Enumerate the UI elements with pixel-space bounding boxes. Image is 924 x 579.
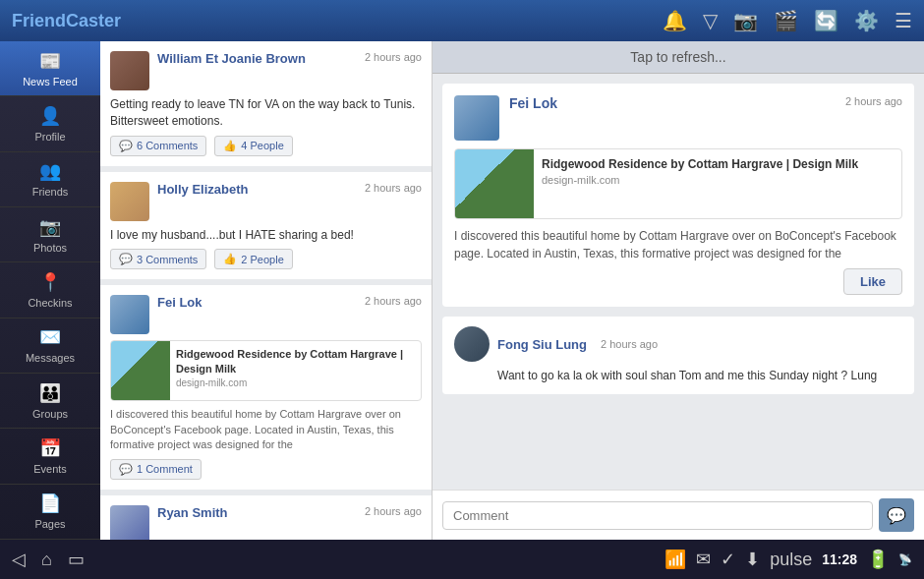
detail-panel: Tap to refresh... Fei Lok 2 hours ago bbox=[433, 41, 924, 540]
feed-actions-3: 💬 1 Comment bbox=[110, 459, 422, 480]
comment-send-button[interactable]: 💬 bbox=[879, 498, 914, 532]
detail-post-header: Fei Lok 2 hours ago bbox=[454, 95, 902, 141]
feed-avatar-1 bbox=[110, 51, 149, 90]
feed-time-3: 2 hours ago bbox=[365, 295, 422, 307]
comment-header: Fong Siu Lung 2 hours ago bbox=[454, 326, 902, 362]
email-icon: ✉ bbox=[696, 549, 711, 570]
groups-label: Groups bbox=[32, 408, 68, 420]
pulse-icon: pulse bbox=[770, 550, 812, 570]
people-icon-1: 👍 bbox=[223, 140, 237, 152]
friends-label: Friends bbox=[32, 186, 69, 198]
sidebar-item-groups[interactable]: 👪 Groups bbox=[0, 374, 100, 429]
detail-link-body: Ridgewood Residence by Cottam Hargrave |… bbox=[534, 149, 866, 218]
comments-btn-2[interactable]: 💬 3 Comments bbox=[110, 249, 206, 269]
sidebar-item-messages[interactable]: ✉️ Messages bbox=[0, 318, 100, 374]
feed-actions-2: 💬 3 Comments 👍 2 People bbox=[110, 249, 422, 269]
sidebar-item-profile[interactable]: 👤 Profile bbox=[0, 96, 100, 151]
detail-avatar bbox=[454, 95, 499, 141]
recent-apps-icon[interactable]: ▭ bbox=[68, 549, 85, 570]
comments-label-2: 3 Comments bbox=[137, 254, 198, 265]
sidebar: 📰 News Feed 👤 Profile 👥 Friends 📷 Photos… bbox=[0, 41, 100, 540]
feed-header-3: 2 hours ago Fei Lok bbox=[110, 295, 422, 334]
news-feed-icon: 📰 bbox=[39, 50, 61, 72]
comment-time: 2 hours ago bbox=[601, 338, 658, 350]
people-label-1: 4 People bbox=[241, 140, 283, 151]
profile-icon: 👤 bbox=[39, 105, 61, 127]
feed-time-4: 2 hours ago bbox=[365, 505, 422, 517]
video-icon[interactable]: 🎬 bbox=[774, 9, 798, 32]
photos-icon: 📷 bbox=[39, 216, 61, 238]
sidebar-item-checkins[interactable]: 📍 Checkins bbox=[0, 262, 100, 318]
comment-item: Fong Siu Lung 2 hours ago Want to go ka … bbox=[442, 317, 914, 394]
detail-post-name[interactable]: Fei Lok bbox=[509, 95, 836, 111]
top-icons: 🔔 ▽ 📷 🎬 🔄 ⚙️ ☰ bbox=[663, 9, 912, 32]
comments-btn-3[interactable]: 💬 1 Comment bbox=[110, 459, 202, 480]
comment-icon-3: 💬 bbox=[119, 463, 133, 476]
comments-label-3: 1 Comment bbox=[137, 463, 193, 475]
detail-link-url: design-milk.com bbox=[542, 174, 858, 186]
groups-icon: 👪 bbox=[39, 382, 61, 404]
bottom-right: 📶 ✉ ✓ ⬇ pulse 11:28 🔋 📡 bbox=[664, 549, 912, 570]
clock: 11:28 bbox=[822, 551, 857, 567]
pages-icon: 📄 bbox=[39, 492, 61, 514]
app-title: FriendCaster bbox=[12, 11, 121, 31]
filter-icon[interactable]: ▽ bbox=[703, 9, 718, 32]
signal-icon: 📶 bbox=[664, 549, 686, 570]
sidebar-item-friends[interactable]: 👥 Friends bbox=[0, 152, 100, 207]
feed-meta-3: 2 hours ago Fei Lok bbox=[157, 295, 422, 310]
feed-meta-1: 2 hours ago William Et Joanie Brown bbox=[157, 51, 422, 66]
detail-post-time: 2 hours ago bbox=[845, 95, 902, 107]
feed-avatar-2 bbox=[110, 182, 149, 221]
comment-name[interactable]: Fong Siu Lung bbox=[497, 337, 587, 352]
menu-icon[interactable]: ☰ bbox=[895, 9, 912, 32]
check-icon: ✓ bbox=[721, 549, 735, 570]
feed-text-1: Getting ready to leave TN for VA on the … bbox=[110, 96, 422, 130]
feed-item-2: 2 hours ago Holly Elizabeth I love my hu… bbox=[100, 172, 432, 286]
people-btn-1[interactable]: 👍 4 People bbox=[214, 136, 292, 156]
detail-link-preview[interactable]: Ridgewood Residence by Cottam Hargrave |… bbox=[454, 148, 902, 219]
refresh-bar[interactable]: Tap to refresh... bbox=[433, 41, 924, 74]
link-preview-text-3: Ridgewood Residence by Cottam Hargrave |… bbox=[170, 341, 421, 400]
comment-input[interactable] bbox=[442, 501, 873, 530]
sidebar-item-events[interactable]: 📅 Events bbox=[0, 429, 100, 484]
sidebar-item-news-feed[interactable]: 📰 News Feed bbox=[0, 41, 100, 96]
feed-panel: 2 hours ago William Et Joanie Brown Gett… bbox=[100, 41, 433, 540]
refresh-text: Tap to refresh... bbox=[630, 49, 725, 65]
refresh-icon[interactable]: 🔄 bbox=[814, 9, 838, 32]
wifi-icon: 📡 bbox=[898, 553, 912, 566]
bottom-left: ◁ ⌂ ▭ bbox=[12, 549, 85, 570]
feed-item-4: 2 hours ago Ryan Smith Testing out Start… bbox=[100, 495, 432, 540]
sidebar-item-pages[interactable]: 📄 Pages bbox=[0, 485, 100, 540]
back-icon[interactable]: ◁ bbox=[12, 549, 26, 570]
feed-actions-1: 💬 6 Comments 👍 4 People bbox=[110, 136, 422, 156]
feed-desc-3: I discovered this beautiful home by Cott… bbox=[110, 407, 422, 452]
people-icon-2: 👍 bbox=[223, 253, 237, 265]
home-icon[interactable]: ⌂ bbox=[41, 550, 52, 570]
photos-label: Photos bbox=[33, 242, 67, 254]
camera-icon[interactable]: 📷 bbox=[733, 9, 758, 32]
events-label: Events bbox=[33, 463, 67, 475]
comments-btn-1[interactable]: 💬 6 Comments bbox=[110, 136, 206, 156]
feed-time-1: 2 hours ago bbox=[365, 51, 422, 63]
settings-icon[interactable]: ⚙️ bbox=[854, 9, 879, 32]
feed-meta-4: 2 hours ago Ryan Smith bbox=[157, 505, 422, 520]
checkins-icon: 📍 bbox=[39, 271, 61, 293]
events-icon: 📅 bbox=[39, 437, 61, 459]
people-label-2: 2 People bbox=[241, 254, 283, 265]
checkins-label: Checkins bbox=[28, 297, 72, 309]
messages-icon: ✉️ bbox=[39, 326, 61, 348]
notification-icon[interactable]: 🔔 bbox=[663, 9, 687, 32]
comment-input-row: 💬 bbox=[433, 490, 924, 540]
feed-item-3: 2 hours ago Fei Lok Ridgewood Residence … bbox=[100, 285, 432, 494]
detail-content: Fei Lok 2 hours ago Ridgewood Residence … bbox=[433, 74, 924, 490]
feed-time-2: 2 hours ago bbox=[365, 182, 422, 194]
bottom-bar: ◁ ⌂ ▭ 📶 ✉ ✓ ⬇ pulse 11:28 🔋 📡 bbox=[0, 540, 924, 579]
feed-link-preview-3[interactable]: Ridgewood Residence by Cottam Hargrave |… bbox=[110, 340, 422, 401]
people-btn-2[interactable]: 👍 2 People bbox=[214, 249, 292, 269]
like-button[interactable]: Like bbox=[843, 268, 902, 295]
friends-icon: 👥 bbox=[39, 160, 61, 182]
comments-label-1: 6 Comments bbox=[137, 140, 198, 151]
sidebar-item-photos[interactable]: 📷 Photos bbox=[0, 207, 100, 262]
feed-item-1: 2 hours ago William Et Joanie Brown Gett… bbox=[100, 41, 432, 172]
link-title-3: Ridgewood Residence by Cottam Hargrave |… bbox=[176, 347, 415, 376]
